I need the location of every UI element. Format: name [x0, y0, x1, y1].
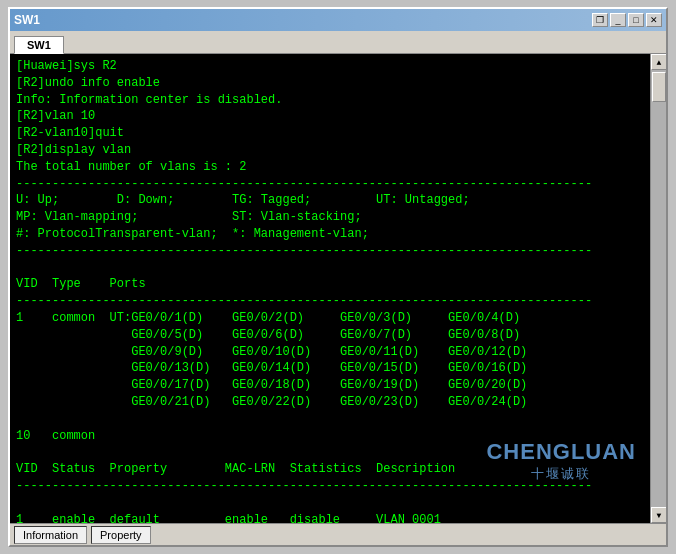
- title-bar: SW1 ❐ _ □ ✕: [10, 9, 666, 31]
- minimize-button[interactable]: _: [610, 13, 626, 27]
- content-wrapper: [Huawei]sys R2 [R2]undo info enable Info…: [10, 54, 666, 523]
- status-bar: Information Property: [10, 523, 666, 545]
- scroll-up-button[interactable]: ▲: [651, 54, 666, 70]
- window-controls: ❐ _ □ ✕: [592, 13, 662, 27]
- restore-button[interactable]: ❐: [592, 13, 608, 27]
- scroll-thumb[interactable]: [652, 72, 666, 102]
- terminal-output[interactable]: [Huawei]sys R2 [R2]undo info enable Info…: [10, 54, 650, 523]
- status-section-information: Information: [14, 526, 87, 544]
- scroll-down-button[interactable]: ▼: [651, 507, 666, 523]
- window-title: SW1: [14, 13, 40, 27]
- scrollbar: ▲ ▼: [650, 54, 666, 523]
- tab-sw1[interactable]: SW1: [14, 36, 64, 54]
- scroll-track: [651, 70, 666, 507]
- close-button[interactable]: ✕: [646, 13, 662, 27]
- maximize-button[interactable]: □: [628, 13, 644, 27]
- tab-bar: SW1: [10, 31, 666, 54]
- main-window: SW1 ❐ _ □ ✕ SW1 [Huawei]sys R2 [R2]undo …: [8, 7, 668, 547]
- status-section-property: Property: [91, 526, 151, 544]
